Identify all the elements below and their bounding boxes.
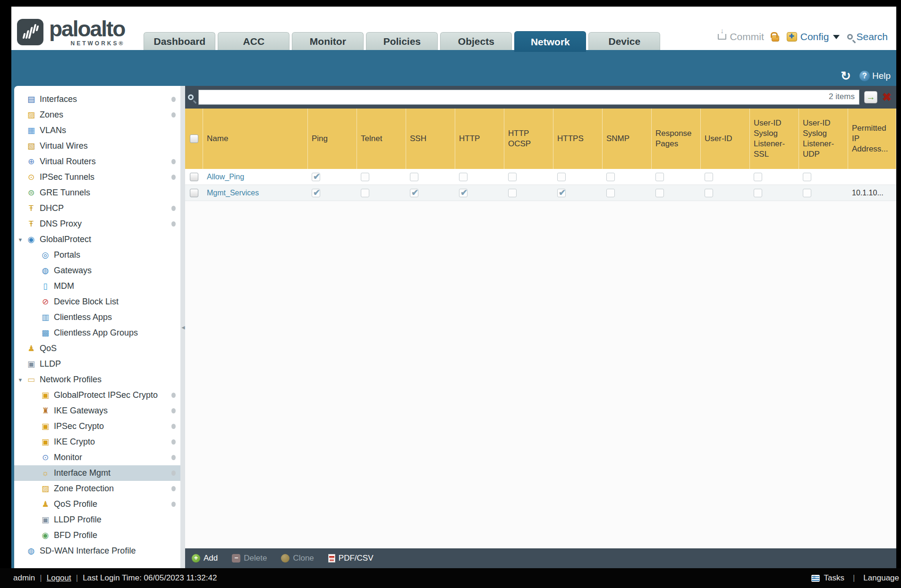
sidebar-item-clientless-apps[interactable]: ▥Clientless Apps	[14, 310, 180, 325]
tasks-button[interactable]: Tasks	[824, 573, 844, 583]
service-unchecked-icon	[508, 189, 517, 197]
sidebar-item-globalprotect-ipsec-crypto[interactable]: ▣GlobalProtect IPSec Crypto	[14, 387, 180, 403]
sidebar-item-vlans[interactable]: ▦VLANs	[14, 123, 180, 138]
logout-link[interactable]: Logout	[47, 573, 71, 583]
sidebar-item-dot	[171, 206, 176, 211]
apply-filter-button[interactable]: →	[864, 91, 877, 103]
sidebar-item-interface-mgmt[interactable]: ☼Interface Mgmt	[14, 465, 180, 481]
sidebar-item-ipsec-crypto[interactable]: ▣IPSec Crypto	[14, 419, 180, 434]
sidebar-item-mdm[interactable]: ▯MDM	[14, 278, 180, 294]
column-header-user-id[interactable]: User-ID	[701, 109, 750, 169]
app-body: ↻ ? Help ▤Interfaces▨Zones▦VLANs▧Virtual…	[11, 50, 896, 568]
toolbar-button-label: Add	[204, 554, 218, 563]
table-header: NamePingTelnetSSHHTTPHTTP OCSPHTTPSSNMPR…	[185, 109, 896, 169]
sidebar-item-portals[interactable]: ◎Portals	[14, 247, 180, 263]
sidebar-item-zones[interactable]: ▨Zones	[14, 107, 180, 123]
dhcp-icon: Ŧ	[26, 204, 37, 212]
sidebar-item-dhcp[interactable]: ŦDHCP	[14, 201, 180, 216]
commit-button[interactable]: Commit	[718, 31, 764, 42]
clone-button[interactable]: Clone	[281, 554, 314, 563]
sidebar-item-bfd-profile[interactable]: ◉BFD Profile	[14, 528, 180, 543]
row-checkbox[interactable]	[190, 189, 198, 197]
column-header-http-ocsp[interactable]: HTTP OCSP	[504, 109, 553, 169]
lock-icon[interactable]	[772, 35, 779, 42]
collapse-sidebar-icon[interactable]: ◄	[180, 324, 186, 331]
tab-network[interactable]: Network	[514, 31, 586, 52]
sidebar-item-lldp[interactable]: ▣LLDP	[14, 356, 180, 372]
add-button[interactable]: +Add	[192, 554, 218, 563]
expander-triangle-icon[interactable]: ▼	[15, 237, 26, 243]
select-all-checkbox[interactable]	[190, 134, 198, 143]
sidebar-item-ike-gateways[interactable]: ♜IKE Gateways	[14, 403, 180, 419]
column-header-snmp[interactable]: SNMP	[603, 109, 652, 169]
sidebar-item-dot	[171, 175, 176, 180]
sidebar-item-device-block-list[interactable]: ⊘Device Block List	[14, 294, 180, 310]
profile-name-link[interactable]: Mgmt_Services	[207, 189, 259, 197]
service-checked-icon	[312, 189, 320, 197]
nav-tabs: DashboardACCMonitorPoliciesObjectsNetwor…	[144, 31, 660, 50]
sidebar-item-gateways[interactable]: ◍Gateways	[14, 263, 180, 278]
sidebar-item-sd-wan-interface-profile[interactable]: ◍SD-WAN Interface Profile	[14, 543, 180, 559]
sidebar-item-dns-proxy[interactable]: ŦDNS Proxy	[14, 216, 180, 232]
column-header-telnet[interactable]: Telnet	[357, 109, 406, 169]
sidebar-item-label: Virtual Routers	[40, 157, 171, 167]
column-header-response-pages[interactable]: Response Pages	[652, 109, 701, 169]
sidebar-item-qos-profile[interactable]: ♟QoS Profile	[14, 496, 180, 512]
tab-dashboard[interactable]: Dashboard	[144, 32, 215, 50]
column-header-user-id-syslog-listener-ssl[interactable]: User-ID Syslog Listener-SSL	[750, 109, 799, 169]
profile-name-link[interactable]: Allow_Ping	[207, 173, 244, 181]
tab-policies[interactable]: Policies	[366, 32, 438, 50]
clientless-app-groups-icon: ▩	[40, 329, 51, 337]
filter-bar: 2 items → ✖	[185, 86, 896, 109]
sidebar-item-virtual-wires[interactable]: ▧Virtual Wires	[14, 138, 180, 154]
sidebar-item-zone-protection[interactable]: ▨Zone Protection	[14, 481, 180, 496]
column-header-user-id-syslog-listener-udp[interactable]: User-ID Syslog Listener-UDP	[799, 109, 848, 169]
gateways-icon: ◍	[40, 267, 51, 275]
sidebar-item-label: Interfaces	[40, 94, 171, 104]
sidebar-item-ike-crypto[interactable]: ▣IKE Crypto	[14, 434, 180, 450]
sidebar-item-gre-tunnels[interactable]: ⊜GRE Tunnels	[14, 185, 180, 201]
column-header-ping[interactable]: Ping	[308, 109, 357, 169]
sidebar-item-interfaces[interactable]: ▤Interfaces	[14, 92, 180, 107]
sidebar-item-qos[interactable]: ♟QoS	[14, 341, 180, 356]
help-button[interactable]: ? Help	[859, 71, 891, 81]
sidebar-item-label: QoS Profile	[54, 499, 171, 509]
sidebar-item-lldp-profile[interactable]: ▣LLDP Profile	[14, 512, 180, 528]
table-row[interactable]: Allow_Ping	[185, 169, 896, 185]
delete-button[interactable]: −Delete	[232, 554, 267, 563]
table-row[interactable]: Mgmt_Services10.1.10...	[185, 185, 896, 201]
sidebar-item-label: LLDP Profile	[54, 515, 176, 525]
sidebar-item-label: IPSec Crypto	[54, 421, 171, 431]
column-header-permitted-ip-address[interactable]: Permitted IP Address...	[848, 109, 896, 169]
toolbar-button-label: Delete	[244, 554, 267, 563]
column-header-ssh[interactable]: SSH	[406, 109, 455, 169]
global-search-button[interactable]: Search	[847, 31, 888, 42]
tab-acc[interactable]: ACC	[218, 32, 289, 50]
language-button[interactable]: Language	[863, 573, 899, 583]
interface-mgmt-icon: ☼	[40, 469, 51, 477]
tab-monitor[interactable]: Monitor	[292, 32, 364, 50]
refresh-icon[interactable]: ↻	[841, 70, 851, 82]
sidebar-item-monitor[interactable]: ⊙Monitor	[14, 450, 180, 465]
virtual-routers-icon: ⊕	[26, 158, 37, 166]
sidebar-item-clientless-app-groups[interactable]: ▩Clientless App Groups	[14, 325, 180, 341]
config-button[interactable]: Config	[787, 31, 840, 42]
service-unchecked-icon	[606, 173, 615, 181]
expander-triangle-icon[interactable]: ▼	[15, 377, 26, 383]
tab-device[interactable]: Device	[588, 32, 660, 50]
tab-objects[interactable]: Objects	[440, 32, 512, 50]
pdf-csv-button[interactable]: PDF/CSV	[328, 554, 374, 563]
permitted-ip-value: 10.1.10...	[852, 189, 884, 197]
sidebar-item-ipsec-tunnels[interactable]: ⊙IPSec Tunnels	[14, 169, 180, 185]
sidebar-item-virtual-routers[interactable]: ⊕Virtual Routers	[14, 154, 180, 169]
tasks-icon	[811, 575, 820, 582]
filter-input[interactable]	[198, 90, 859, 105]
sidebar-item-network-profiles[interactable]: ▼▭Network Profiles	[14, 372, 180, 387]
column-header-https[interactable]: HTTPS	[553, 109, 603, 169]
sidebar-item-globalprotect[interactable]: ▼◉GlobalProtect	[14, 232, 180, 247]
clear-filter-button[interactable]: ✖	[882, 92, 892, 103]
column-header-name[interactable]: Name	[203, 109, 308, 169]
sidebar-divider[interactable]: ◄	[180, 86, 185, 568]
column-header-http[interactable]: HTTP	[455, 109, 504, 169]
row-checkbox[interactable]	[190, 173, 198, 181]
